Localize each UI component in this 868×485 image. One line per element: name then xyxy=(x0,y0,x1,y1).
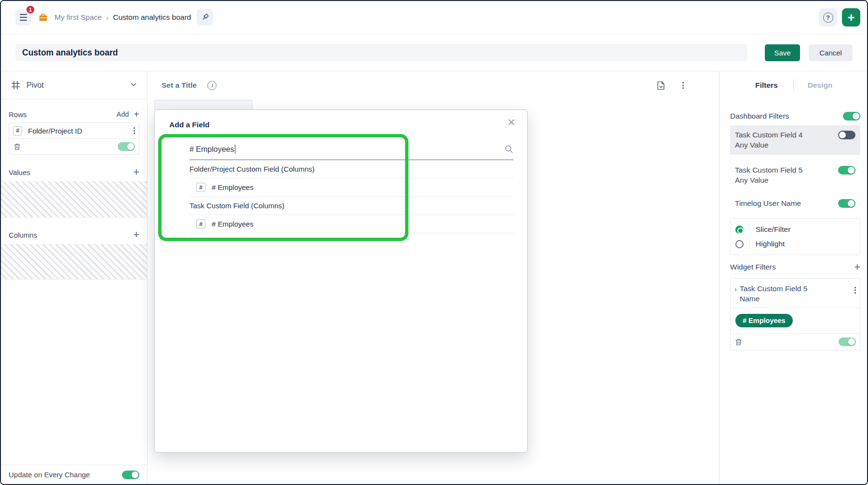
widget-filter-toggle[interactable] xyxy=(839,337,856,346)
filter-toggle[interactable] xyxy=(838,131,855,139)
radio-unselected-icon[interactable] xyxy=(735,240,744,248)
background-tab xyxy=(154,100,253,110)
widget-filters-label: Widget Filters xyxy=(730,263,776,271)
widget-menu-button[interactable] xyxy=(682,81,684,90)
widget-type-selector[interactable]: Pivot xyxy=(1,71,147,99)
rows-add-plus-icon[interactable]: + xyxy=(134,109,139,120)
columns-label: Columns xyxy=(9,231,37,239)
update-on-change-row: Update on Every Change xyxy=(1,465,147,484)
briefcase-icon xyxy=(39,13,48,22)
filter-toggle[interactable] xyxy=(838,199,855,208)
rows-label: Rows xyxy=(9,110,27,119)
columns-section-header: Columns + xyxy=(9,229,139,241)
values-label: Values xyxy=(9,168,30,176)
field-option[interactable]: # # Employees xyxy=(190,215,514,233)
pin-button[interactable] xyxy=(197,9,213,26)
pivot-grid-icon xyxy=(11,80,21,90)
values-section-header: Values + xyxy=(9,166,139,178)
app-window: 1 My first Space › Custom analytics boar… xyxy=(0,0,868,485)
widget-filter-options xyxy=(731,334,860,350)
update-on-change-label: Update on Every Change xyxy=(9,471,90,479)
mode-option[interactable]: Highlight xyxy=(735,238,855,250)
number-field-icon: # xyxy=(13,126,22,135)
notification-badge: 1 xyxy=(26,5,35,14)
chevron-right-icon[interactable]: › xyxy=(734,285,737,293)
filter-value-chip[interactable]: # Employees xyxy=(735,314,793,327)
row-field-options xyxy=(9,139,139,154)
filter-mode-group: Slice/Filter Highlight xyxy=(730,218,860,255)
panel-tabs: Filters Design xyxy=(719,71,867,99)
dashboard-filters-toggle[interactable] xyxy=(843,112,860,121)
save-button[interactable]: Save xyxy=(765,44,800,61)
rows-add-button[interactable]: Add xyxy=(117,110,129,118)
values-drop-zone[interactable] xyxy=(1,181,147,218)
filter-card[interactable]: Task Custom Field 4 Any Value xyxy=(730,125,860,155)
number-field-icon: # xyxy=(196,219,205,229)
rows-section-header: Rows Add + xyxy=(9,108,139,121)
close-icon[interactable]: ✕ xyxy=(507,117,515,128)
row-field[interactable]: # Folder/Project ID xyxy=(9,123,139,139)
widget-header: Set a Title i xyxy=(148,71,719,99)
filter-card[interactable]: Timelog User Name xyxy=(730,195,860,213)
widget-filter-field[interactable]: › Task Custom Field 5 Name xyxy=(731,279,860,308)
number-field-icon: # xyxy=(196,183,205,192)
filter-toggle[interactable] xyxy=(838,166,855,175)
export-button[interactable] xyxy=(656,81,666,91)
question-icon: ? xyxy=(823,13,833,23)
rows-field-card: # Folder/Project ID xyxy=(9,122,139,155)
widget-type-label: Pivot xyxy=(27,81,44,90)
widget-settings-panel: Pivot Rows Add + # Folder/Project ID xyxy=(1,71,148,484)
tab-filters[interactable]: Filters xyxy=(740,81,793,90)
board-title-bar: Save Cancel xyxy=(1,34,867,71)
search-input-value: # Employees xyxy=(190,145,234,154)
mode-option[interactable]: Slice/Filter xyxy=(735,223,855,236)
widget-filter-card: › Task Custom Field 5 Name # Employees xyxy=(730,278,860,350)
dashboard-filters-label: Dashboard Filters xyxy=(730,112,789,121)
breadcrumb-separator: › xyxy=(106,13,108,22)
main-menu-button[interactable]: 1 xyxy=(15,9,31,26)
chevron-down-icon xyxy=(130,81,137,90)
widget-filters-header: Widget Filters + xyxy=(730,260,860,274)
update-on-change-toggle[interactable] xyxy=(122,471,139,479)
create-button[interactable]: + xyxy=(842,8,860,27)
field-group-header: Folder/Project Custom Field (Columns) xyxy=(190,160,514,178)
topbar: 1 My first Space › Custom analytics boar… xyxy=(1,1,867,34)
breadcrumb-page: Custom analytics board xyxy=(113,13,191,22)
filters-panel: Filters Design Dashboard Filters Task Cu… xyxy=(719,71,867,484)
field-search-input[interactable]: # Employees xyxy=(190,139,514,160)
radio-selected-icon[interactable] xyxy=(735,226,744,234)
trash-icon[interactable] xyxy=(13,143,21,151)
tab-design[interactable]: Design xyxy=(794,81,847,90)
pin-icon xyxy=(201,13,209,22)
columns-add-button[interactable]: + xyxy=(133,230,139,240)
widget-filter-values: # Employees xyxy=(731,308,860,334)
row-field-name: Folder/Project ID xyxy=(28,127,82,135)
row-field-toggle[interactable] xyxy=(118,142,135,151)
columns-drop-zone[interactable] xyxy=(1,244,147,280)
dashboard-filters-row: Dashboard Filters xyxy=(730,112,860,121)
board-title-input[interactable] xyxy=(15,44,747,61)
values-add-button[interactable]: + xyxy=(133,167,139,177)
help-button[interactable]: ? xyxy=(819,8,837,27)
widget-filter-menu-button[interactable] xyxy=(854,285,856,295)
info-icon: i xyxy=(207,81,217,90)
breadcrumb-space[interactable]: My first Space xyxy=(54,13,102,22)
widget-filters-add-button[interactable]: + xyxy=(854,262,860,272)
add-field-dialog: Add a Field ✕ # Employees Folder/Project… xyxy=(154,109,528,453)
filter-card[interactable]: Task Custom Field 5 Any Value xyxy=(730,161,860,190)
text-caret xyxy=(235,145,236,154)
field-group-header: Task Custom Field (Columns) xyxy=(190,197,514,215)
row-field-menu-button[interactable] xyxy=(134,126,135,135)
widget-title-field[interactable]: Set a Title xyxy=(162,81,197,90)
cancel-button[interactable]: Cancel xyxy=(809,44,853,61)
dialog-title: Add a Field xyxy=(169,121,210,129)
field-option[interactable]: # # Employees xyxy=(190,178,514,197)
trash-icon[interactable] xyxy=(734,338,743,346)
search-icon xyxy=(504,145,514,154)
